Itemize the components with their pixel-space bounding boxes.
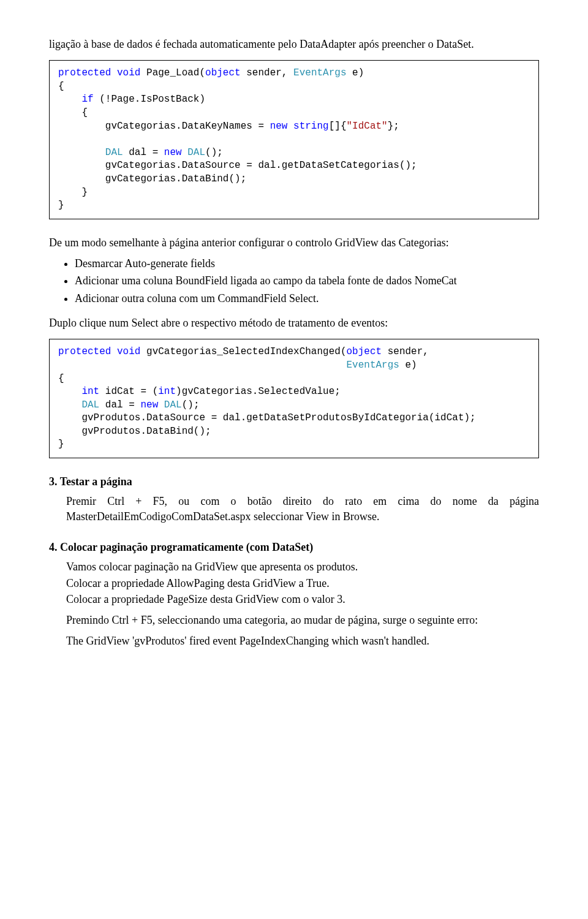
code-text: DAL — [164, 399, 182, 410]
code-text: }; — [388, 121, 399, 132]
code-text: gvProdutos.DataSource = dal.getDataSetPr… — [58, 412, 476, 423]
code-text: object — [346, 346, 382, 357]
code-text: DAL — [58, 147, 123, 158]
code-text: )gvCategorias.SelectedValue; — [176, 386, 341, 397]
paragraph: Colocar a propriedade PageSize desta Gri… — [66, 592, 539, 607]
code-text: { — [58, 107, 88, 118]
code-text: EventArgs — [346, 360, 399, 371]
paragraph: De um modo semelhante à página anterior … — [49, 235, 539, 250]
code-text: Page_Load( — [140, 67, 205, 78]
code-text: gvProdutos.DataBind(); — [58, 426, 211, 437]
code-text: int — [58, 386, 99, 397]
code-text: []{ — [329, 121, 347, 132]
code-text: object — [205, 67, 241, 78]
paragraph: Premindo Ctrl + F5, seleccionando uma ca… — [66, 613, 539, 627]
code-text: int — [158, 386, 176, 397]
code-text: idCat = ( — [99, 386, 158, 397]
code-text: { — [58, 81, 64, 92]
code-text: gvCategorias_SelectedIndexChanged( — [140, 346, 346, 357]
code-text: DAL — [187, 147, 205, 158]
code-text — [58, 360, 346, 371]
code-text: protected void — [58, 346, 140, 357]
code-text — [158, 399, 164, 410]
code-text: e) — [399, 360, 417, 371]
list-item: Adicionar outra coluna com um CommandFie… — [75, 291, 539, 306]
code-text: new — [140, 399, 158, 410]
list-item: Adicionar uma coluna BoundField ligada a… — [75, 273, 539, 288]
section-4-heading: 4. Colocar paginação programaticamente (… — [49, 540, 539, 554]
paragraph: Vamos colocar paginação na GridView que … — [66, 559, 539, 574]
code-text: gvCategorias.DataBind(); — [58, 173, 246, 184]
paragraph: Duplo clique num Select abre o respectiv… — [49, 316, 539, 330]
code-text: EventArgs — [293, 67, 346, 78]
code-text: sender, — [382, 346, 429, 357]
paragraph: The GridView 'gvProdutos' fired event Pa… — [66, 633, 539, 648]
code-text: (); — [205, 147, 223, 158]
code-text: } — [58, 187, 88, 198]
paragraph: Colocar a propriedade AllowPaging desta … — [66, 576, 539, 591]
code-text: gvCategorias.DataKeyNames = — [58, 121, 270, 132]
paragraph: Premir Ctrl + F5, ou com o botão direito… — [66, 494, 539, 524]
code-text: } — [58, 200, 64, 211]
code-text: { — [58, 373, 64, 384]
code-text: new — [164, 147, 182, 158]
code-text: protected void — [58, 67, 140, 78]
code-text: DAL — [58, 399, 99, 410]
code-text: (); — [182, 399, 200, 410]
code-text: if — [58, 94, 94, 105]
list-item: Desmarcar Auto-generate fields — [75, 256, 539, 271]
code-text: dal = — [123, 147, 164, 158]
code-block-2: protected void gvCategorias_SelectedInde… — [49, 339, 539, 458]
bullet-list: Desmarcar Auto-generate fields Adicionar… — [49, 256, 539, 306]
code-text: (!Page.IsPostBack) — [94, 94, 205, 105]
code-text: "IdCat" — [346, 121, 387, 132]
code-text — [182, 147, 188, 158]
code-block-1: protected void Page_Load(object sender, … — [49, 60, 539, 219]
code-text: e) — [347, 67, 364, 78]
code-text: new string — [270, 121, 329, 132]
code-text: gvCategorias.DataSource = dal.getDataSet… — [58, 160, 417, 171]
intro-paragraph: ligação à base de dados é fechada automa… — [49, 37, 539, 51]
code-text: dal = — [99, 399, 140, 410]
code-text: } — [58, 439, 64, 450]
section-3-heading: 3. Testar a página — [49, 474, 539, 489]
code-text: sender, — [241, 67, 293, 78]
